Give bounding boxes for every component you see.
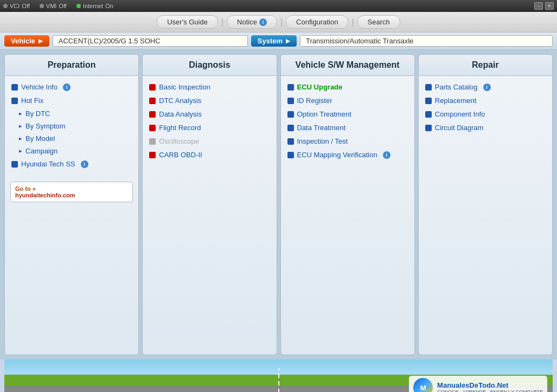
hyundai-tech-ss-icon	[11, 161, 18, 168]
inspection-test-label: Inspection / Test	[297, 137, 348, 145]
parts-catalog-label: Parts Catalog	[435, 83, 478, 91]
campaign-item[interactable]: ▸ Campaign	[10, 145, 133, 157]
vehicle-button[interactable]: Vehicle ▶	[4, 35, 49, 47]
preparation-header: Preparation	[5, 55, 138, 76]
hyundai-tech-ss-item[interactable]: Hyundai Tech SS i	[10, 157, 133, 171]
system-label: System	[258, 37, 283, 45]
vmi-value: Off	[59, 3, 66, 9]
users-guide-button[interactable]: User's Guide	[157, 15, 218, 29]
inspection-test-icon	[287, 138, 294, 145]
vci-status: VCI Off	[3, 3, 30, 9]
vehicle-info-info-icon: i	[63, 83, 71, 91]
hot-fix-label: Hot Fix	[21, 97, 43, 105]
flight-record-icon	[149, 125, 156, 131]
ecu-mapping-item[interactable]: ECU Mapping Verification i	[286, 148, 409, 162]
campaign-label: Campaign	[25, 147, 57, 155]
internet-status: Internet On	[76, 3, 113, 9]
by-model-label: By Model	[25, 134, 55, 143]
nav-divider-3: |	[351, 17, 354, 27]
component-info-label: Component Info	[435, 110, 485, 118]
search-button[interactable]: Search	[357, 15, 400, 29]
repair-panel: Repair Parts Catalog i Replacement Compo…	[418, 54, 553, 355]
id-register-item[interactable]: ID Register	[286, 94, 409, 107]
diagnosis-panel: Diagnosis Basic Inspection DTC Analysis …	[142, 54, 277, 355]
nav-divider-2: |	[280, 17, 283, 27]
diagnosis-body: Basic Inspection DTC Analysis Data Analy…	[143, 76, 276, 355]
status-bar: VCI Off VMI Off Internet On	[3, 3, 113, 9]
preparation-panel: Preparation Vehicle Info i Hot Fix ▸ By …	[4, 54, 139, 355]
repair-header: Repair	[419, 55, 552, 76]
basic-inspection-icon	[149, 84, 156, 91]
ecu-upgrade-item[interactable]: ECU Upgrade	[286, 80, 409, 94]
parts-catalog-item[interactable]: Parts Catalog i	[424, 80, 547, 94]
vehicle-sw-header: Vehicle S/W Management	[281, 55, 414, 76]
option-treatment-item[interactable]: Option Treatment	[286, 107, 409, 121]
notice-label: Notice	[237, 18, 257, 26]
hyundai-tech-ss-info-icon: i	[81, 160, 88, 168]
option-treatment-icon	[287, 111, 294, 118]
carb-obd-item[interactable]: CARB OBD-II	[148, 148, 271, 162]
campaign-arrow: ▸	[19, 147, 22, 155]
main-content: Preparation Vehicle Info i Hot Fix ▸ By …	[0, 50, 557, 359]
vci-label: VCI	[10, 3, 20, 9]
inspection-test-item[interactable]: Inspection / Test	[286, 134, 409, 148]
by-model-item[interactable]: ▸ By Model	[10, 132, 133, 145]
internet-label: Internet	[83, 3, 103, 9]
by-dtc-label: By DTC	[25, 110, 50, 118]
system-arrow: ▶	[286, 38, 290, 44]
by-symptom-label: By Symptom	[25, 122, 66, 130]
dtc-analysis-icon	[149, 98, 156, 104]
circuit-diagram-item[interactable]: Circuit Diagram	[424, 121, 547, 134]
replacement-item[interactable]: Replacement	[424, 94, 547, 107]
by-dtc-item[interactable]: ▸ By DTC	[10, 107, 133, 120]
notice-button[interactable]: Notice i	[227, 15, 277, 29]
ecu-mapping-info-icon: i	[383, 151, 390, 159]
oscilloscope-item: Oscilloscope	[148, 134, 271, 148]
data-analysis-label: Data Analysis	[159, 110, 202, 118]
component-info-item[interactable]: Component Info	[424, 107, 547, 121]
flight-record-label: Flight Record	[159, 124, 201, 132]
component-info-icon	[425, 111, 432, 118]
diagnosis-header: Diagnosis	[143, 55, 276, 76]
internet-value: On	[105, 3, 113, 9]
watermark-text-block: ManualesDeTodo.Net CONOCE · APRENDE · EN…	[437, 381, 543, 393]
replacement-label: Replacement	[435, 97, 477, 105]
flight-record-item[interactable]: Flight Record	[148, 121, 271, 134]
id-register-label: ID Register	[297, 97, 332, 105]
by-symptom-item[interactable]: ▸ By Symptom	[10, 120, 133, 132]
id-register-icon	[287, 98, 294, 104]
by-symptom-arrow: ▸	[19, 123, 22, 130]
vehicle-bar: Vehicle ▶ ACCENT(LC)/2005/G 1.5 SOHC Sys…	[0, 33, 557, 50]
hyundai-url: hyundaitechinfo.com	[15, 192, 128, 198]
option-treatment-label: Option Treatment	[297, 110, 351, 118]
by-dtc-arrow: ▸	[19, 110, 22, 117]
vci-value: Off	[22, 3, 29, 9]
basic-inspection-item[interactable]: Basic Inspection	[148, 80, 271, 94]
close-button[interactable]: ✕	[545, 2, 554, 10]
vmi-status: VMI Off	[40, 3, 67, 9]
hot-fix-icon	[11, 98, 18, 104]
parts-catalog-info-icon: i	[483, 83, 491, 91]
system-button[interactable]: System ▶	[251, 35, 297, 47]
ecu-mapping-icon	[287, 152, 294, 158]
data-treatment-label: Data Treatment	[297, 124, 346, 132]
vehicle-info-item[interactable]: Vehicle Info i	[10, 80, 133, 94]
circuit-diagram-label: Circuit Diagram	[435, 124, 484, 132]
vehicle-info-icon	[11, 84, 18, 91]
vehicle-value-field: ACCENT(LC)/2005/G 1.5 SOHC	[53, 35, 248, 47]
data-treatment-item[interactable]: Data Treatment	[286, 121, 409, 134]
dtc-analysis-item[interactable]: DTC Analysis	[148, 94, 271, 107]
vehicle-arrow: ▶	[39, 38, 43, 44]
configuration-button[interactable]: Configuration	[286, 15, 348, 29]
hot-fix-item[interactable]: Hot Fix	[10, 94, 133, 107]
watermark-logo: M	[413, 378, 433, 392]
vehicle-sw-body: ECU Upgrade ID Register Option Treatment…	[281, 76, 414, 355]
window-controls: – ✕	[534, 2, 554, 10]
hyundai-box[interactable]: Go to » hyundaitechinfo.com	[10, 182, 133, 202]
basic-inspection-label: Basic Inspection	[159, 83, 210, 91]
data-analysis-item[interactable]: Data Analysis	[148, 107, 271, 121]
watermark-site: ManualesDeTodo.Net	[437, 381, 543, 389]
nav-divider-1: |	[221, 17, 223, 27]
carb-obd-label: CARB OBD-II	[159, 151, 202, 159]
minimize-button[interactable]: –	[534, 2, 543, 10]
